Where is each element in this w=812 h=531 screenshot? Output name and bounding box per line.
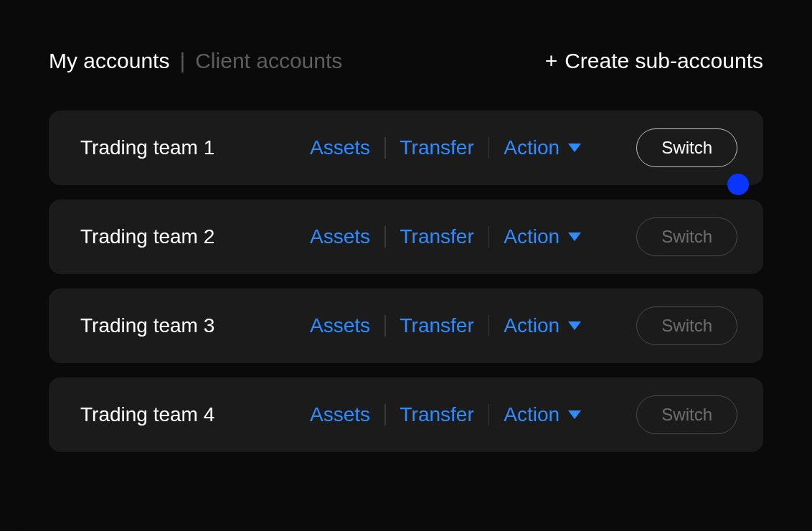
row-links: Assets Transfer Action xyxy=(310,314,619,337)
plus-icon: + xyxy=(545,50,558,72)
action-dropdown[interactable]: Action xyxy=(504,136,581,159)
transfer-link[interactable]: Transfer xyxy=(400,225,474,248)
account-name: Trading team 3 xyxy=(80,314,310,337)
link-divider xyxy=(488,315,490,337)
panel-header: My accounts | Client accounts + Create s… xyxy=(49,49,763,73)
create-sub-accounts-button[interactable]: + Create sub-accounts xyxy=(545,49,763,73)
switch-button[interactable]: Switch xyxy=(636,128,737,167)
assets-link[interactable]: Assets xyxy=(310,136,370,159)
link-divider xyxy=(384,404,386,426)
link-divider xyxy=(488,226,490,248)
account-tabs: My accounts | Client accounts xyxy=(49,49,342,73)
active-indicator-dot xyxy=(727,174,749,195)
action-label: Action xyxy=(504,403,560,426)
accounts-panel: My accounts | Client accounts + Create s… xyxy=(0,0,812,531)
action-label: Action xyxy=(504,136,560,159)
chevron-down-icon xyxy=(568,321,581,330)
link-divider xyxy=(384,315,386,337)
transfer-link[interactable]: Transfer xyxy=(400,136,474,159)
account-row: Trading team 1 Assets Transfer Action Sw… xyxy=(49,111,763,185)
assets-link[interactable]: Assets xyxy=(310,314,370,337)
chevron-down-icon xyxy=(568,144,581,152)
action-dropdown[interactable]: Action xyxy=(504,403,581,426)
row-links: Assets Transfer Action xyxy=(310,225,619,248)
assets-link[interactable]: Assets xyxy=(310,403,370,426)
switch-button[interactable]: Switch xyxy=(636,217,737,256)
row-links: Assets Transfer Action xyxy=(310,403,619,426)
link-divider xyxy=(488,404,490,426)
switch-button[interactable]: Switch xyxy=(636,395,737,434)
row-links: Assets Transfer Action xyxy=(310,136,619,159)
link-divider xyxy=(384,137,386,159)
account-rows: Trading team 1 Assets Transfer Action Sw… xyxy=(49,111,763,452)
transfer-link[interactable]: Transfer xyxy=(400,403,474,426)
account-name: Trading team 1 xyxy=(80,136,310,159)
action-dropdown[interactable]: Action xyxy=(504,225,581,248)
tab-divider: | xyxy=(179,49,185,73)
link-divider xyxy=(384,226,386,248)
action-dropdown[interactable]: Action xyxy=(504,314,581,337)
create-sub-accounts-label: Create sub-accounts xyxy=(565,49,763,73)
tab-my-accounts[interactable]: My accounts xyxy=(49,49,169,73)
assets-link[interactable]: Assets xyxy=(310,225,370,248)
link-divider xyxy=(488,137,490,159)
tab-client-accounts[interactable]: Client accounts xyxy=(195,49,342,73)
account-row: Trading team 4 Assets Transfer Action Sw… xyxy=(49,377,763,452)
account-row: Trading team 3 Assets Transfer Action Sw… xyxy=(49,288,763,363)
action-label: Action xyxy=(504,314,560,337)
switch-button[interactable]: Switch xyxy=(636,306,737,345)
chevron-down-icon xyxy=(568,232,581,241)
account-name: Trading team 2 xyxy=(80,225,310,248)
account-row: Trading team 2 Assets Transfer Action Sw… xyxy=(49,199,763,274)
chevron-down-icon xyxy=(568,410,581,419)
transfer-link[interactable]: Transfer xyxy=(400,314,474,337)
account-name: Trading team 4 xyxy=(80,403,310,426)
action-label: Action xyxy=(504,225,560,248)
